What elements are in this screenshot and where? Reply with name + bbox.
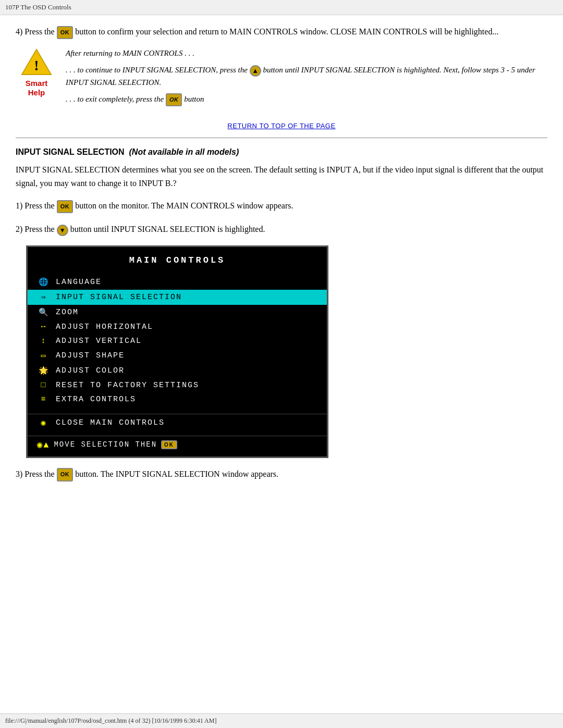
- smart-help-item1-pre: . . . to continue to INPUT SIGNAL SELECT…: [66, 66, 250, 74]
- osd-item-zoom: 🔍 ZOOM: [28, 305, 327, 320]
- step2-text: 2) Press the: [16, 225, 57, 233]
- status-bar: file:///G|/manual/english/107P/osd/osd_c…: [0, 713, 563, 728]
- osd-reset-icon: □: [37, 381, 51, 390]
- step1-paragraph: 1) Press the OK button on the monitor. T…: [16, 199, 547, 213]
- ok-button-inline-4: OK: [57, 468, 74, 482]
- osd-item-adjust-color: 🌟 ADJUST COLOR: [28, 363, 327, 378]
- osd-ok-icon: OK: [161, 440, 177, 449]
- osd-close-controls: ◉ CLOSE MAIN CONTROLS: [28, 414, 327, 429]
- step3-text-b: button. The INPUT SIGNAL SELECTION windo…: [75, 470, 278, 478]
- osd-title: MAIN CONTROLS: [28, 252, 327, 270]
- main-content: 4) Press the OK button to confirm your s…: [0, 15, 563, 501]
- return-to-top-link[interactable]: RETURN TO TOP OF THE PAGE: [227, 122, 335, 130]
- osd-color-icon: 🌟: [37, 366, 51, 376]
- smart-help-section: ! SmartHelp After returning to MAIN CONT…: [16, 47, 547, 112]
- osd-item-input-signal: ⇒ INPUT SIGNAL SELECTION: [28, 290, 327, 305]
- return-to-top-link-container: RETURN TO TOP OF THE PAGE: [16, 122, 547, 130]
- arrow-up-icon: ▲: [250, 65, 261, 77]
- ok-button-inline-2: OK: [166, 93, 182, 106]
- osd-nav-label: MOVE SELECTION THEN: [54, 440, 157, 449]
- smart-help-label: SmartHelp: [26, 79, 48, 97]
- step1-text: 1) Press the: [16, 201, 57, 210]
- input-signal-title-text: INPUT SIGNAL SELECTION: [16, 147, 125, 156]
- input-signal-description: INPUT SIGNAL SELECTION determines what y…: [16, 163, 547, 190]
- smart-help-text-block: After returning to MAIN CONTROLS . . . .…: [66, 47, 547, 112]
- osd-item-reset: □ RESET TO FACTORY SETTINGS: [28, 378, 327, 392]
- ok-button-inline-1: OK: [57, 26, 74, 39]
- osd-color-label: ADJUST COLOR: [56, 366, 125, 375]
- step2-text-b: button until INPUT SIGNAL SELECTION is h…: [70, 225, 265, 233]
- osd-reset-label: RESET TO FACTORY SETTINGS: [56, 381, 199, 390]
- warning-triangle-icon: !: [20, 47, 53, 77]
- osd-horizontal-icon: ↔: [37, 323, 51, 331]
- step4-paragraph: 4) Press the OK button to confirm your s…: [16, 26, 547, 39]
- osd-shape-label: ADJUST SHAPE: [56, 351, 125, 360]
- smart-help-intro: After returning to MAIN CONTROLS . . .: [66, 47, 547, 59]
- osd-extra-icon: ≡: [37, 395, 51, 404]
- osd-close-label: CLOSE MAIN CONTROLS: [56, 418, 165, 427]
- osd-horizontal-label: ADJUST HORIZONTAL: [56, 323, 153, 331]
- osd-input-signal-icon: ⇒: [37, 292, 51, 302]
- osd-language-icon: 🌐: [37, 277, 51, 287]
- osd-nav-row: ◉▲ MOVE SELECTION THEN OK: [28, 436, 327, 452]
- osd-input-signal-label: INPUT SIGNAL SELECTION: [56, 293, 182, 302]
- osd-shape-icon: ▭: [37, 351, 51, 361]
- osd-item-language: 🌐 LANGUAGE: [28, 275, 327, 290]
- osd-item-adjust-vertical: ↕ ADJUST VERTICAL: [28, 334, 327, 348]
- osd-screen: MAIN CONTROLS 🌐 LANGUAGE ⇒ INPUT SIGNAL …: [26, 245, 328, 458]
- osd-item-extra: ≡ EXTRA CONTROLS: [28, 392, 327, 406]
- title-bar-text: 107P The OSD Controls: [5, 3, 71, 11]
- smart-help-item2-pre: . . . to exit completely, press the: [66, 95, 166, 103]
- osd-item-adjust-horizontal: ↔ ADJUST HORIZONTAL: [28, 320, 327, 334]
- smart-help-item2-post: button: [184, 95, 204, 103]
- step2-paragraph: 2) Press the ▼ button until INPUT SIGNAL…: [16, 223, 547, 236]
- smart-help-item2: . . . to exit completely, press the OK b…: [66, 93, 547, 106]
- step4-text2: button to confirm your selection and ret…: [75, 27, 498, 36]
- smart-help-icon-block: ! SmartHelp: [16, 47, 57, 97]
- step1-text-b: button on the monitor. The MAIN CONTROLS…: [75, 201, 293, 210]
- osd-item-adjust-shape: ▭ ADJUST SHAPE: [28, 348, 327, 363]
- input-signal-section-title: INPUT SIGNAL SELECTION (Not available in…: [16, 147, 547, 157]
- osd-zoom-icon: 🔍: [37, 307, 51, 317]
- osd-language-label: LANGUAGE: [56, 278, 102, 287]
- status-bar-text: file:///G|/manual/english/107P/osd/osd_c…: [5, 717, 216, 724]
- ok-button-inline-3: OK: [57, 200, 74, 214]
- title-bar: 107P The OSD Controls: [0, 0, 563, 15]
- osd-zoom-label: ZOOM: [56, 308, 79, 317]
- svg-text:!: !: [34, 57, 39, 73]
- osd-extra-label: EXTRA CONTROLS: [56, 395, 136, 404]
- osd-vertical-label: ADJUST VERTICAL: [56, 337, 142, 346]
- osd-close-icon: ◉: [37, 418, 51, 428]
- step3-paragraph: 3) Press the OK button. The INPUT SIGNAL…: [16, 467, 547, 482]
- input-signal-subtitle: (Not available in all models): [129, 147, 239, 156]
- section-divider: [16, 138, 547, 138]
- osd-nav-icons: ◉▲: [37, 439, 50, 450]
- arrow-down-icon: ▼: [57, 225, 68, 236]
- step3-text: 3) Press the: [16, 470, 57, 478]
- osd-vertical-icon: ↕: [37, 337, 51, 346]
- smart-help-item1: . . . to continue to INPUT SIGNAL SELECT…: [66, 64, 547, 88]
- step4-text1: 4) Press the: [16, 27, 57, 36]
- page-wrapper: 107P The OSD Controls 4) Press the OK bu…: [0, 0, 563, 728]
